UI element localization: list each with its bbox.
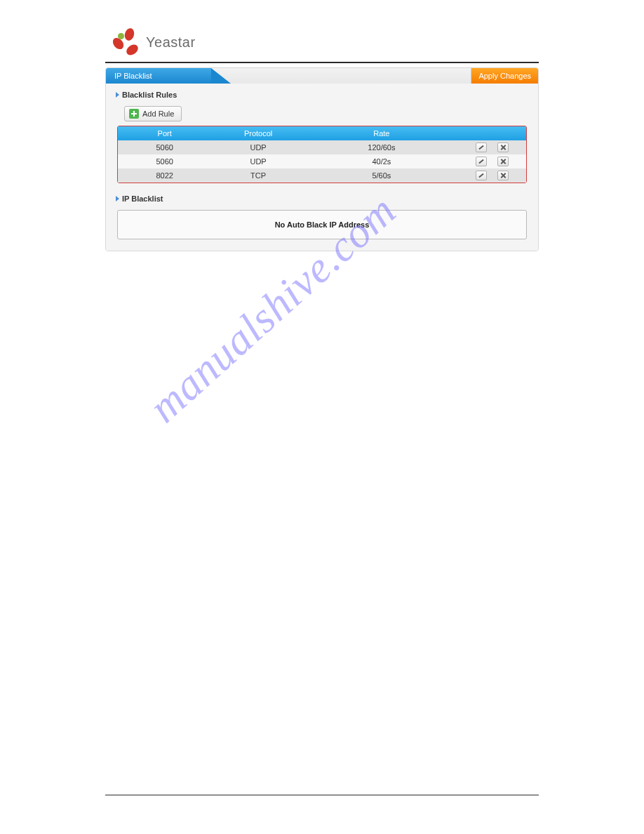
cell-rate: 5/60s [305, 168, 458, 183]
cell-actions [458, 154, 526, 168]
rules-table: Port Protocol Rate 5060 UDP 120/60s [118, 126, 526, 183]
col-header-port: Port [118, 126, 211, 140]
cell-protocol: UDP [211, 154, 304, 168]
app-panel: IP Blacklist Apply Changes Blacklist Rul… [105, 67, 539, 251]
page-title-tab: IP Blacklist [106, 68, 211, 84]
logo-mark [112, 28, 142, 56]
apply-changes-label: Apply Changes [478, 72, 531, 80]
page-title: IP Blacklist [114, 72, 152, 80]
edit-icon[interactable] [476, 171, 487, 180]
edit-icon[interactable] [476, 157, 487, 166]
cell-port: 5060 [118, 154, 211, 168]
delete-icon[interactable] [497, 157, 509, 166]
add-rule-label: Add Rule [142, 110, 174, 118]
table-row: 5060 UDP 120/60s [118, 140, 526, 154]
ip-blacklist-heading: IP Blacklist [116, 194, 528, 203]
delete-icon[interactable] [497, 171, 509, 180]
rules-table-outline: Port Protocol Rate 5060 UDP 120/60s [117, 126, 527, 183]
brand-logo: Yeastar [105, 28, 539, 56]
cell-protocol: UDP [211, 140, 304, 154]
cell-port: 8022 [118, 168, 211, 183]
col-header-rate: Rate [305, 126, 458, 140]
edit-icon[interactable] [476, 143, 487, 152]
footer-divider [105, 795, 539, 795]
ip-blacklist-empty-box: No Auto Black IP Address [117, 210, 527, 239]
cell-actions [458, 140, 526, 154]
col-header-actions [458, 126, 526, 140]
title-bar: IP Blacklist Apply Changes [106, 68, 538, 84]
cell-rate: 120/60s [305, 140, 458, 154]
cell-actions [458, 168, 526, 183]
col-header-protocol: Protocol [211, 126, 304, 140]
header-divider [105, 62, 539, 63]
table-row: 8022 TCP 5/60s [118, 168, 526, 183]
cell-rate: 40/2s [305, 154, 458, 168]
blacklist-rules-heading: Blacklist Rules [116, 91, 528, 99]
plus-icon [129, 109, 139, 119]
brand-name: Yeastar [146, 34, 196, 51]
delete-icon[interactable] [497, 143, 509, 152]
no-ip-text: No Auto Black IP Address [275, 220, 370, 229]
apply-changes-button[interactable]: Apply Changes [471, 68, 538, 84]
add-rule-button[interactable]: Add Rule [124, 106, 182, 121]
cell-port: 5060 [118, 140, 211, 154]
table-row: 5060 UDP 40/2s [118, 154, 526, 168]
cell-protocol: TCP [211, 168, 304, 183]
